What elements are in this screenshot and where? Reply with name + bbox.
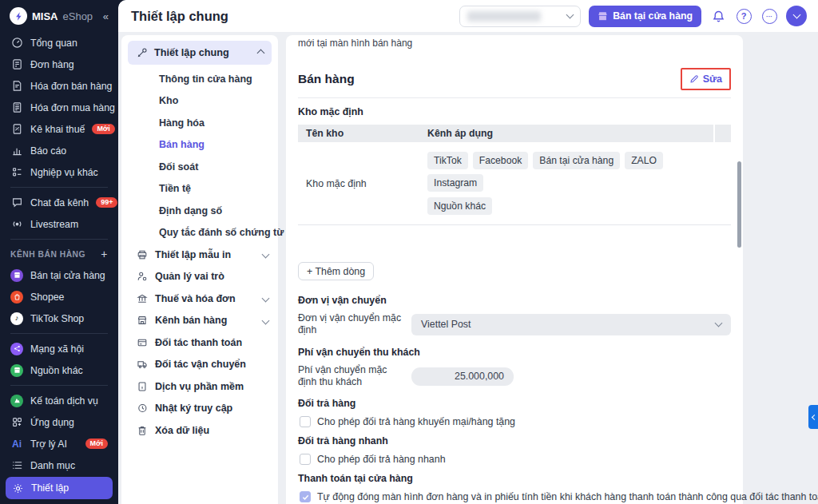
sidebar-item-nguon-khac[interactable]: Nguồn khác [0,359,118,381]
sidebar-divider [10,333,108,334]
add-channel-icon[interactable]: + [101,248,108,260]
store-selector-dropdown[interactable] [459,6,581,27]
section-header: Bán hàng Sửa [298,68,731,90]
channel-chip: TikTok [427,152,468,169]
sell-at-store-button[interactable]: Bán tại cửa hàng [589,6,701,27]
nav-item-xoa-du-lieu[interactable]: Xóa dữ liệu [121,419,278,442]
chat-icon [10,196,23,209]
sidebar-item-livestream[interactable]: Livestream [0,213,118,235]
store-icon [598,11,608,22]
sidebar-item-thiet-lap[interactable]: Thiết lập [6,477,113,499]
nav-item-thue-va-hoa-don[interactable]: Thuế và hóa đơn [121,288,278,310]
clipped-scroll-text: mới tại màn hình bán hàng [298,35,731,49]
chevron-down-icon [566,11,574,19]
chevron-down-icon [792,11,800,19]
sidebar-item-ke-toan-dich-vu[interactable]: Kế toán dịch vụ [0,390,118,411]
social-network-icon [10,343,23,355]
checkbox-checked[interactable] [300,491,311,502]
nav-item-nhat-ky-truy-cap[interactable]: Nhật ký truy cập [121,398,278,420]
brand-row: MISA eShop « [0,0,118,32]
add-row-button[interactable]: + Thêm dòng [298,262,374,280]
document-icon [136,380,148,392]
sidebar-item-tong-quan[interactable]: Tổng quan [0,32,118,54]
dashboard-icon [10,37,23,50]
fee-section-title: Phí vận chuyển thu khách [298,347,731,358]
nav-item-ban-hang[interactable]: Bán hàng [121,134,278,157]
default-carrier-select[interactable]: Viettel Post [411,314,731,335]
chevron-left-icon [811,414,816,419]
settings-content: mới tại màn hình bán hàng Bán hàng Sửa K… [286,35,743,504]
more-options-icon[interactable]: ··· [760,7,778,25]
sidebar-item-bao-cao[interactable]: Báo cáo [0,140,118,161]
misa-logo-icon [10,7,27,25]
nav-item-quy-tac-danh-so[interactable]: Quy tắc đánh số chứng từ [121,222,278,244]
nav-item-kenh-ban-hang[interactable]: Kênh bán hàng [121,310,278,332]
nav-item-quan-ly-vai-tro[interactable]: Quản lý vai trò [121,266,278,288]
sidebar-item-shopee[interactable]: Shopee [0,286,118,308]
fee-field-label: Phí vận chuyển mặc định thu khách [298,364,403,389]
count-badge: 99+ [96,197,117,208]
returns-checkbox-row: Cho phép đối trả hàng khuyến mại/hàng tặ… [300,416,731,427]
top-bar-actions: Bán tại cửa hàng ? ··· [459,6,807,27]
nav-item-doi-tac-van-chuyen[interactable]: Đối tác vận chuyển [121,354,278,376]
sidebar-item-tro-ly-ai[interactable]: Ai Trợ lý AI Mới [0,433,118,454]
sidebar-collapse-icon[interactable]: « [103,10,109,22]
panel-expander-tab[interactable] [808,405,818,429]
sidebar-item-don-hang[interactable]: Đơn hàng [0,54,118,75]
nav-group-thiet-lap-chung[interactable]: Thiết lập chung [128,41,272,65]
row-actions [714,142,731,225]
sidebar-item-ung-dung[interactable]: Ứng dụng [0,411,118,433]
nav-item-tien-te[interactable]: Tiền tệ [121,178,278,200]
nav-item-thiet-lap-mau-in[interactable]: Thiết lập mẫu in [121,244,278,266]
sidebar-item-hoa-don-ban-hang[interactable]: Hóa đơn bán hàng [0,75,118,97]
nav-item-dinh-dang-so[interactable]: Định dạng số [121,200,278,222]
channel-chip: ZALO [625,152,663,169]
fee-field-row: Phí vận chuyển mặc định thu khách 25.000… [298,364,731,389]
shipping-field-row: Đơn vị vận chuyển mặc định Viettel Post [298,312,731,337]
help-icon[interactable]: ? [735,7,752,25]
ai-assistant-icon: Ai [10,438,23,450]
sidebar-item-tiktok-shop[interactable]: ♪ TikTok Shop [0,308,118,329]
sidebar-item-chat-da-kenh[interactable]: Chat đa kênh 99+ [0,192,118,213]
credit-card-icon [136,336,148,348]
table-row: Kho mặc định TikTok Facebook Bán tại cửa… [298,142,731,225]
sales-invoice-icon [10,80,23,93]
chevron-down-icon [262,251,270,259]
warehouse-channels: TikTok Facebook Bán tại cửa hàng ZALO In… [419,142,714,225]
nav-item-thong-tin-cua-hang[interactable]: Thông tin cửa hàng [121,68,278,90]
store-name-redacted [467,11,541,22]
quick-returns-section-title: Đối trả hàng nhanh [298,435,731,446]
settings-nav: Thiết lập chung Thông tin cửa hàng Kho H… [121,35,278,504]
notification-bell-icon[interactable] [709,7,727,25]
sidebar-item-ke-khai-thue[interactable]: Kê khai thuế Mới [0,118,118,140]
trash-icon [136,424,148,436]
chevron-down-icon [715,319,723,327]
sidebar-item-ban-tai-cua-hang[interactable]: Bán tại cửa hàng [0,264,118,286]
edit-button[interactable]: Sửa [685,72,727,86]
accounting-service-icon [10,395,23,407]
nav-item-kho[interactable]: Kho [121,90,278,113]
sidebar-item-hoa-don-mua-hang[interactable]: Hóa đơn mua hàng [0,97,118,118]
page-title: Thiết lập chung [131,9,228,24]
checkbox-unchecked[interactable] [300,454,311,465]
check-icon [302,494,309,501]
tax-icon [10,123,23,136]
nav-item-hang-hoa[interactable]: Hàng hóa [121,112,278,134]
livestream-icon [10,218,23,231]
default-fee-input[interactable]: 25.000,000 [411,367,514,386]
nav-item-doi-tac-thanh-toan[interactable]: Đối tác thanh toán [121,331,278,354]
sidebar-item-danh-muc[interactable]: Danh mục [0,454,118,476]
auto-close-checkbox-row: Tự động đóng màn hình đơn hàng và in phi… [300,491,731,502]
nav-item-doi-soat[interactable]: Đối soát [121,156,278,178]
default-warehouse-label: Kho mặc định [298,106,731,117]
checkbox-unchecked[interactable] [300,416,311,427]
user-avatar[interactable] [786,6,807,26]
scrollbar-thumb[interactable] [737,161,741,248]
storefront-icon [136,315,148,327]
pencil-icon [689,74,699,84]
nav-item-dich-vu-phan-mem[interactable]: Dịch vụ phần mềm [121,375,278,398]
sidebar-item-mang-xa-hoi[interactable]: Mạng xã hội [0,338,118,359]
chevron-up-icon [257,49,265,57]
sidebar-item-nghiep-vu-khac[interactable]: Nghiệp vụ khác [0,161,118,183]
new-badge: Mới [92,124,114,134]
